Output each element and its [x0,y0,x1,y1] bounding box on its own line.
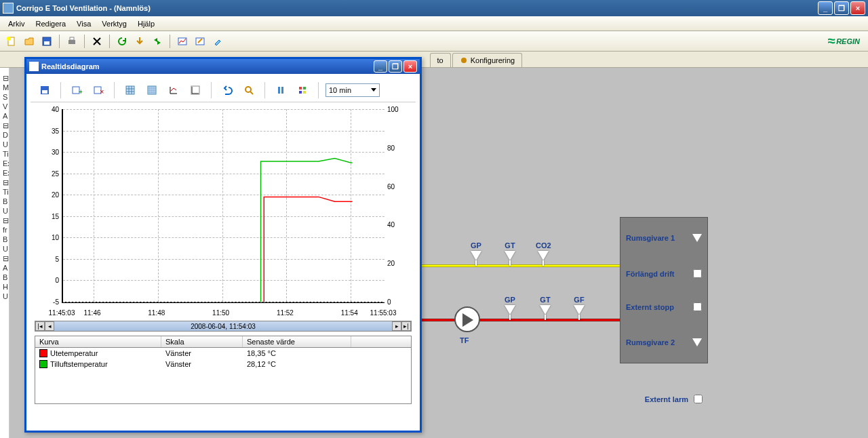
svg-text:+: + [79,87,82,96]
dialog-icon [29,62,39,71]
tree-panel[interactable]: ⊟ SMSVA⊟ GDUTiExEx⊟ TTiBU⊟ FfrBU⊟ AABHU [0,68,9,438]
tab-konfigurering[interactable]: Konfigurering [452,53,522,67]
sensor-gf-bot: GF [574,296,585,315]
svg-rect-10 [42,90,47,94]
dialog-titlebar[interactable]: Realtidsdiagram _ ❐ × [26,59,420,74]
remove-series-button[interactable]: × [90,81,107,99]
options-button[interactable] [294,81,311,99]
chart-area: -5051015202530354002040608010011:45:0311… [35,106,412,317]
sync-button[interactable] [150,34,165,49]
svg-rect-4 [68,40,75,44]
edit-button[interactable] [193,34,208,49]
save-button[interactable] [39,34,54,49]
gear-icon [460,56,468,64]
delete-button[interactable] [90,34,104,49]
scroll-first-button[interactable]: |◂ [35,321,45,331]
pause-button[interactable] [272,81,290,99]
forlangd-drift-checkbox[interactable] [693,269,702,278]
window-maximize-button[interactable]: ❐ [834,1,849,15]
window-title: Corrigo E Tool Ventilation - (Namnlös) [16,4,818,12]
menu-verktyg[interactable]: Verktyg [96,18,132,30]
dialog-minimize-button[interactable]: _ [374,60,387,73]
scroll-last-button[interactable]: ▸| [401,321,411,331]
externt-larm-checkbox[interactable] [694,395,703,403]
download-button[interactable] [132,34,147,49]
grid-major-button[interactable] [121,81,139,99]
regin-logo: ≈ REGIN [827,33,860,49]
legend-header-varde[interactable]: Senaste värde [243,336,351,347]
chart-button[interactable] [175,34,190,49]
dialog-maximize-button[interactable]: ❐ [389,60,402,73]
window-close-button[interactable]: × [850,1,865,15]
pump-tf [454,306,480,332]
time-range-dropdown[interactable]: 10 min [326,83,380,97]
sensor-gt-bot: GT [540,296,551,315]
svg-point-18 [245,87,251,92]
new-button[interactable] [4,34,19,49]
svg-rect-19 [278,87,280,94]
externt-larm-row: Externt larm [645,395,703,403]
exhaust-duct [416,319,620,321]
control-panel: Rumsgivare 1 Förlängd drift Externt stop… [620,217,708,363]
svg-rect-23 [299,91,302,94]
zoom-button[interactable] [240,81,258,99]
axis-right-button[interactable] [186,81,204,99]
dialog-title: Realtidsdiagram [41,62,374,71]
refresh-button[interactable] [115,34,130,49]
menu-bar: Arkiv Redigera Visa Verktyg Hjälp [0,16,868,31]
sensor-co2-top: CO2 [536,241,551,260]
externt-stopp-checkbox[interactable] [693,302,702,311]
window-minimize-button[interactable]: _ [818,1,833,15]
legend-header-skala[interactable]: Skala [161,336,243,347]
sensor-gp-top: GP [471,241,481,260]
svg-rect-3 [44,41,50,45]
realtime-chart-dialog: Realtidsdiagram _ ❐ × + × 10 min -5 [24,57,422,433]
chart-plot[interactable] [62,109,384,303]
legend-row[interactable]: UtetemperaturVänster18,35 °C [35,348,411,359]
window-titlebar: Corrigo E Tool Ventilation - (Namnlös) _… [0,0,868,16]
time-scrollbar[interactable]: |◂ ◂ 2008-06-04, 11:54:03 ▸ ▸| [35,321,412,332]
sensor-gp-bot: GP [505,296,515,315]
axis-left-button[interactable] [165,81,182,99]
svg-rect-15 [126,86,134,94]
add-series-button[interactable]: + [68,81,85,99]
menu-hjalp[interactable]: Hjälp [132,18,160,30]
open-button[interactable] [22,34,37,49]
svg-rect-24 [303,91,306,94]
menu-arkiv[interactable]: Arkiv [3,18,30,30]
pump-label: TF [460,336,469,344]
print-button[interactable] [64,34,79,49]
tab-auto[interactable]: to [430,53,451,67]
main-toolbar: ≈ REGIN [0,31,868,52]
undo-button[interactable] [218,81,236,99]
app-icon [3,3,14,14]
svg-rect-17 [191,86,199,94]
logo-waves-icon: ≈ [827,33,835,49]
rumsgivare-2-row[interactable]: Rumsgivare 2 [626,338,702,346]
chevron-down-icon [371,88,376,92]
svg-rect-5 [70,37,74,40]
sensor-gt-top: GT [505,241,515,260]
dialog-toolbar: + × 10 min [31,78,416,102]
menu-redigera[interactable]: Redigera [30,18,71,30]
tool-button[interactable] [210,34,225,49]
scroll-left-button[interactable]: ◂ [45,321,54,331]
externt-stopp-row: Externt stopp [626,302,702,311]
legend-header-kurva[interactable]: Kurva [35,336,161,347]
legend-row[interactable]: TilluftstemperaturVänster28,12 °C [35,359,411,370]
save-chart-button[interactable] [36,81,54,99]
supply-duct [416,264,620,267]
scroll-right-button[interactable]: ▸ [392,321,401,331]
svg-text:×: × [100,87,104,96]
svg-point-8 [461,58,467,63]
legend-table: Kurva Skala Senaste värde UtetemperaturV… [35,336,412,404]
svg-point-1 [7,37,11,41]
rumsgivare-1-row[interactable]: Rumsgivare 1 [626,234,702,242]
svg-rect-22 [303,87,306,89]
grid-minor-button[interactable] [143,81,161,99]
dialog-close-button[interactable]: × [403,60,417,73]
scroll-timestamp: 2008-06-04, 11:54:03 [54,323,392,330]
svg-rect-21 [299,87,302,89]
triangle-down-icon [692,234,702,242]
menu-visa[interactable]: Visa [71,18,96,30]
